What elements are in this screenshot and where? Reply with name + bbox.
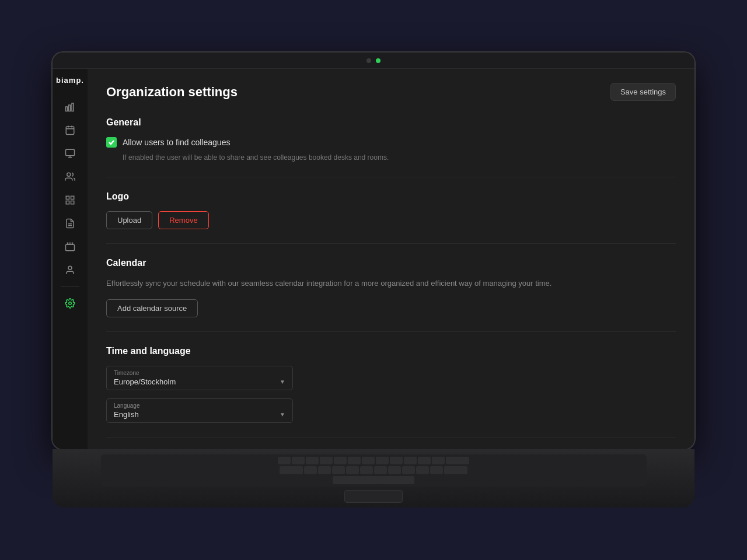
key xyxy=(444,466,467,474)
svg-point-23 xyxy=(69,302,72,305)
svg-rect-2 xyxy=(72,103,74,111)
add-calendar-button[interactable]: Add calendar source xyxy=(106,299,198,317)
key xyxy=(402,466,415,474)
svg-rect-13 xyxy=(66,201,69,204)
save-settings-button[interactable]: Save settings xyxy=(610,83,676,101)
sidebar-item-users[interactable] xyxy=(60,260,81,281)
key xyxy=(362,457,375,465)
sidebar-item-grid[interactable] xyxy=(60,190,81,211)
sidebar-item-analytics[interactable] xyxy=(60,96,81,117)
time-language-section: Time and language Timezone Europe/Stockh… xyxy=(106,346,676,438)
key xyxy=(446,457,469,465)
trackpad[interactable] xyxy=(344,490,403,503)
logo-section: Logo Upload Remove xyxy=(106,191,676,244)
sidebar-item-rooms[interactable] xyxy=(60,143,81,164)
sidebar-item-people[interactable] xyxy=(60,166,81,187)
svg-rect-14 xyxy=(71,201,74,204)
time-language-title: Time and language xyxy=(106,346,676,356)
general-section: General Allow users to find colleagues I… xyxy=(106,117,676,177)
calendar-section-title: Calendar xyxy=(106,258,676,268)
sidebar-item-devices[interactable] xyxy=(60,236,81,257)
sidebar: biamp. xyxy=(53,69,88,449)
logo-buttons: Upload Remove xyxy=(106,211,676,229)
calendar-desc: Effortlessly sync your schedule with our… xyxy=(106,278,676,290)
page-title: Organization settings xyxy=(106,85,238,100)
calendar-section: Calendar Effortlessly sync your schedule… xyxy=(106,258,676,332)
svg-rect-7 xyxy=(66,149,75,156)
allow-colleagues-row[interactable]: Allow users to find colleagues xyxy=(106,137,676,148)
keyboard-keys xyxy=(101,454,647,487)
allow-colleagues-label: Allow users to find colleagues xyxy=(123,138,230,147)
svg-point-22 xyxy=(68,266,72,270)
key xyxy=(304,466,317,474)
key xyxy=(404,457,417,465)
camera-indicator xyxy=(376,58,381,63)
main-content: Organization settings Save settings Gene… xyxy=(88,69,694,449)
sidebar-item-settings[interactable] xyxy=(60,293,81,314)
key xyxy=(390,457,403,465)
svg-rect-1 xyxy=(69,105,71,111)
allow-colleagues-desc: If enabled the user will be able to shar… xyxy=(123,152,676,163)
camera-bar xyxy=(53,52,694,69)
key xyxy=(418,457,431,465)
key xyxy=(280,466,303,474)
language-wrapper[interactable]: Language English ▼ English Swedish Norwe… xyxy=(106,398,293,423)
allow-colleagues-checkbox[interactable] xyxy=(106,137,117,148)
sidebar-item-reports[interactable] xyxy=(60,213,81,234)
key xyxy=(346,466,359,474)
key xyxy=(416,466,429,474)
key xyxy=(348,457,361,465)
select-group: Timezone Europe/Stockholm ▼ Europe/Stock… xyxy=(106,366,293,423)
page-header: Organization settings Save settings xyxy=(106,83,676,101)
key xyxy=(360,466,373,474)
logo-section-title: Logo xyxy=(106,191,676,202)
general-section-title: General xyxy=(106,117,676,128)
upload-button[interactable]: Upload xyxy=(106,211,152,229)
app-logo: biamp. xyxy=(56,76,84,85)
camera-lens xyxy=(366,58,371,63)
svg-point-10 xyxy=(67,173,71,176)
key xyxy=(320,457,333,465)
key xyxy=(432,457,445,465)
key xyxy=(332,466,345,474)
key xyxy=(388,466,401,474)
svg-rect-17 xyxy=(66,244,75,251)
svg-rect-3 xyxy=(66,127,74,135)
timezone-wrapper[interactable]: Timezone Europe/Stockholm ▼ Europe/Stock… xyxy=(106,366,293,390)
key xyxy=(306,457,319,465)
key xyxy=(374,466,387,474)
spacebar-key xyxy=(333,476,414,484)
sidebar-item-calendar[interactable] xyxy=(60,120,81,141)
svg-rect-12 xyxy=(71,196,74,199)
svg-rect-0 xyxy=(66,107,68,111)
svg-rect-11 xyxy=(66,196,69,199)
remove-button[interactable]: Remove xyxy=(158,211,208,229)
key xyxy=(430,466,443,474)
key xyxy=(376,457,389,465)
keyboard xyxy=(53,449,694,508)
key xyxy=(318,466,331,474)
key xyxy=(334,457,347,465)
key xyxy=(278,457,291,465)
key xyxy=(292,457,305,465)
sidebar-divider xyxy=(61,286,79,287)
